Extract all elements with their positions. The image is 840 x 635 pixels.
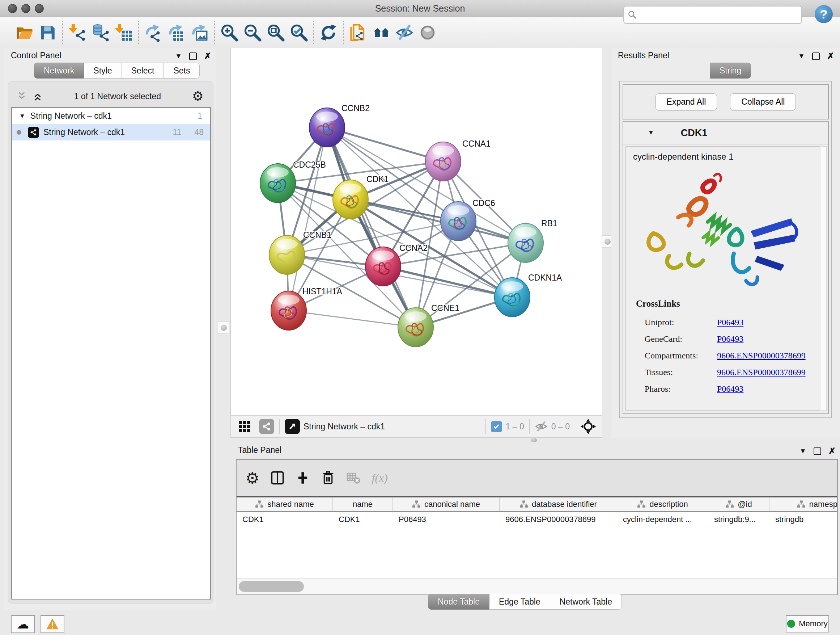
export-table-button[interactable] (165, 21, 188, 44)
table-cell[interactable]: cyclin-dependent ... (617, 512, 708, 527)
table-cell[interactable]: 9606.ENSP00000378699 (500, 512, 617, 527)
node-CDK1[interactable]: CDK1 (333, 174, 388, 219)
node-CCNB1[interactable]: CCNB1 (269, 230, 332, 274)
network-row-selected[interactable]: String Network – cdk1 11 48 (12, 124, 210, 141)
tab-string[interactable]: String (710, 63, 751, 79)
export-network-button[interactable] (142, 21, 165, 44)
network-canvas[interactable]: CCNB2CCNA1CDC25BCDK1CDC6RB1CCNB1CCNA2CDK… (231, 48, 602, 415)
table-horizontal-scrollbar[interactable] (237, 578, 837, 594)
table-header-row: shared namenamecanonical namedatabase id… (237, 497, 837, 512)
table-cell[interactable]: stringdb (769, 512, 837, 527)
tab-node-table[interactable]: Node Table (428, 594, 489, 610)
network-options-gear-icon[interactable]: ⚙ (192, 89, 204, 104)
double-home-button[interactable] (370, 21, 393, 44)
eye-gray-button[interactable] (416, 21, 439, 44)
network-share-badge-icon[interactable] (259, 419, 274, 434)
network-collection-row[interactable]: ▼ String Network – cdk1 1 (12, 108, 210, 124)
tab-network-table[interactable]: Network Table (550, 594, 622, 610)
tab-edge-table[interactable]: Edge Table (489, 594, 550, 610)
column-header--id[interactable]: @id (708, 497, 769, 511)
table-row[interactable]: CDK1CDK1P064939606.ENSP00000378699cyclin… (237, 512, 837, 527)
collection-expander-icon[interactable]: ▼ (19, 112, 25, 120)
node-section-expander-icon[interactable]: ▼ (648, 129, 654, 136)
table-options-gear-icon[interactable]: ⚙ (245, 469, 259, 487)
table-cell[interactable]: P06493 (393, 512, 500, 527)
node-HIST1H1A[interactable]: HIST1H1A (271, 287, 343, 330)
column-header-shared-name[interactable]: shared name (237, 497, 333, 511)
eye-slash-button[interactable] (393, 21, 416, 44)
birds-eye-crosshair-icon[interactable] (580, 418, 596, 434)
column-header-canonical-name[interactable]: canonical name (393, 497, 500, 511)
memory-button[interactable]: Memory (786, 615, 829, 632)
table-panel-close-icon[interactable]: ✗ (829, 447, 836, 455)
results-panel-close-icon[interactable]: ✗ (827, 52, 834, 60)
table-scrollbar-thumb[interactable] (239, 581, 304, 592)
control-panel-close-icon[interactable]: ✗ (204, 52, 211, 60)
tab-sets[interactable]: Sets (164, 63, 200, 79)
show-columns-icon[interactable] (270, 470, 285, 485)
table-panel-collapse-icon[interactable]: ▼ (799, 447, 806, 455)
column-type-icon (797, 500, 806, 509)
zoom-in-button[interactable] (218, 21, 241, 44)
control-panel-collapse-icon[interactable]: ▼ (175, 52, 182, 60)
crosslink-link[interactable]: 9606.ENSP00000378699 (717, 351, 806, 361)
tab-network[interactable]: Network (34, 63, 84, 79)
table-cell[interactable]: stringdb:9... (708, 512, 769, 527)
left-splitter-handle[interactable] (218, 321, 229, 334)
table-cell[interactable]: CDK1 (333, 512, 393, 527)
add-column-icon[interactable] (295, 470, 310, 485)
open-file-button[interactable] (13, 21, 36, 44)
warning-status-button[interactable] (41, 615, 65, 633)
node-CCNA1[interactable]: CCNA1 (425, 139, 491, 181)
crosslink-link[interactable]: P06493 (717, 318, 744, 327)
column-header-name[interactable]: name (333, 497, 393, 511)
node-RB1[interactable]: RB1 (508, 219, 557, 263)
detach-view-icon[interactable] (285, 419, 300, 434)
grid-view-icon[interactable] (238, 420, 251, 433)
document-share-button[interactable] (347, 21, 370, 44)
tab-style[interactable]: Style (84, 63, 122, 79)
cloud-status-button[interactable]: ☁ (11, 615, 35, 633)
node-label-RB1: RB1 (541, 219, 557, 228)
tab-select[interactable]: Select (122, 63, 164, 79)
expand-all-networks-icon[interactable] (32, 91, 43, 102)
table-cell[interactable]: CDK1 (237, 512, 333, 527)
import-network-file-button[interactable] (66, 21, 89, 44)
save-session-button[interactable] (36, 21, 59, 44)
search-field[interactable] (623, 6, 802, 24)
collapse-all-networks-icon[interactable] (16, 91, 27, 102)
refresh-button[interactable] (317, 21, 340, 44)
table-panel-float-icon[interactable] (813, 448, 821, 455)
zoom-selected-button[interactable] (287, 21, 310, 44)
expand-all-button[interactable]: Expand All (655, 93, 717, 111)
crosslink-link[interactable]: P06493 (717, 334, 744, 344)
export-image-button[interactable] (188, 21, 211, 44)
zoom-out-button[interactable] (241, 21, 264, 44)
search-input[interactable] (641, 10, 801, 20)
import-table-file-button[interactable] (112, 21, 135, 44)
node-result-section: ▼ CDK1 cyclin-dependent kinase 1 (622, 121, 829, 414)
column-header-database-identifier[interactable]: database identifier (500, 497, 617, 511)
node-CCNE1[interactable]: CCNE1 (398, 303, 459, 347)
crosslink-link[interactable]: P06493 (717, 384, 744, 394)
import-network-database-button[interactable] (89, 21, 112, 44)
selected-checkbox-icon[interactable] (491, 421, 502, 432)
collapse-all-button[interactable]: Collapse All (730, 93, 796, 111)
horizontal-splitter-handle[interactable] (531, 439, 537, 442)
results-panel-collapse-icon[interactable]: ▼ (798, 52, 805, 60)
zoom-in-icon (220, 24, 238, 42)
control-panel-float-icon[interactable] (189, 52, 197, 60)
node-CDC6[interactable]: CDC6 (441, 198, 495, 241)
zoom-fit-button[interactable] (264, 21, 287, 44)
node-CCNB2[interactable]: CCNB2 (309, 103, 370, 147)
results-panel-float-icon[interactable] (812, 52, 820, 60)
status-bar: ☁ Memory (0, 612, 840, 635)
hidden-eye-slash-icon[interactable] (535, 420, 548, 433)
column-header-description[interactable]: description (617, 497, 708, 511)
node-CDKN1A[interactable]: CDKN1A (494, 273, 562, 317)
delete-column-trash-icon[interactable] (321, 470, 335, 485)
help-button[interactable]: ? (815, 5, 833, 23)
results-scrollbar[interactable] (821, 146, 827, 410)
column-header-namespace[interactable]: namespace (769, 497, 837, 511)
crosslink-link[interactable]: 9606.ENSP00000378699 (717, 367, 806, 377)
